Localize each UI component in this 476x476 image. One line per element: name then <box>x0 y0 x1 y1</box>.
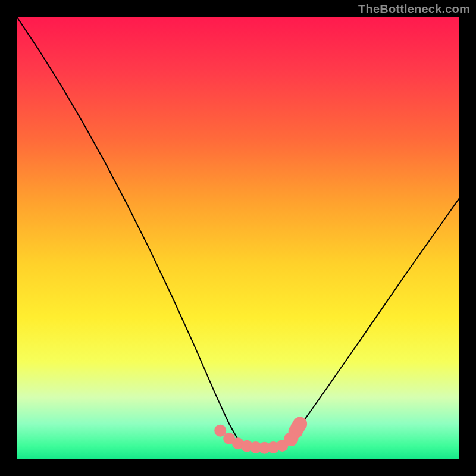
watermark-text: TheBottleneck.com <box>358 2 470 16</box>
chart-svg <box>17 17 459 459</box>
marker-salmon-dot-11 <box>293 416 307 431</box>
series-v-curve <box>17 17 459 448</box>
plot-area <box>17 17 459 459</box>
chart-frame: TheBottleneck.com <box>0 0 476 476</box>
marker-salmon-dot-0 <box>214 425 226 437</box>
